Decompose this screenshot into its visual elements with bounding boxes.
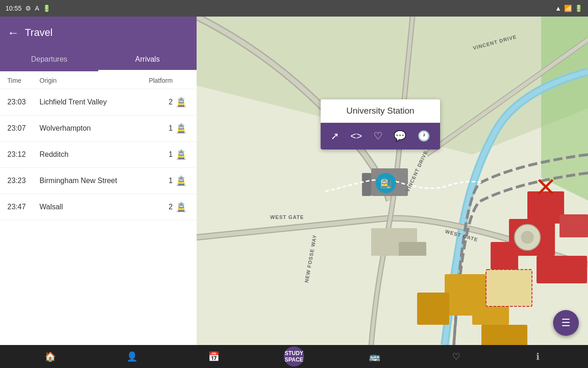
favourite-button[interactable]: ♡ <box>370 128 386 144</box>
road-label-westgate1: WEST GATE <box>270 214 304 220</box>
nav-study[interactable]: STUDYSPACE <box>284 346 304 367</box>
table-row: 23:47 Walsall 2 🚊 <box>0 194 197 220</box>
svg-rect-6 <box>362 173 371 196</box>
left-panel: ← Travel Departures Arrivals Time Origin… <box>0 17 197 345</box>
station-marker[interactable]: 🚉 <box>376 173 396 193</box>
clock-button[interactable]: 🕐 <box>414 128 434 144</box>
train-icon: 🚊 <box>173 201 189 213</box>
comment-button[interactable]: 💬 <box>390 128 410 144</box>
svg-point-20 <box>521 231 534 244</box>
station-popup: University Station ➚ <> ♡ 💬 🕐 <box>321 99 440 150</box>
nav-calendar[interactable]: 📅 <box>202 345 225 368</box>
train-icon: 🚊 <box>173 97 189 108</box>
nav-bus[interactable]: 🚌 <box>363 345 386 368</box>
svg-rect-15 <box>481 325 527 345</box>
fab-menu[interactable]: ☰ <box>553 310 579 336</box>
panel-header: ← Travel <box>0 17 197 49</box>
svg-rect-18 <box>399 242 426 256</box>
menu-icon: ☰ <box>561 317 571 329</box>
train-list: 23:03 Lichfield Trent Valley 2 🚊 23:07 W… <box>0 89 197 345</box>
train-origin: Redditch <box>40 150 154 159</box>
col-header-time: Time <box>7 77 40 84</box>
map-area: VINCENT DRIVE VINCENT DRIVE WEST GATE WE… <box>197 17 588 345</box>
train-platform: 1 <box>154 150 173 159</box>
train-origin: Birmingham New Street <box>40 177 154 185</box>
nav-heart[interactable]: ♡ <box>445 345 468 368</box>
battery-full-icon: 🔋 <box>575 5 582 12</box>
tab-departures[interactable]: Departures <box>0 49 98 71</box>
status-time: 10:55 <box>6 5 22 12</box>
train-origin: Walsall <box>40 203 154 211</box>
signal-icon: 📶 <box>564 5 572 12</box>
battery-icon: 🔋 <box>43 5 51 12</box>
train-time: 23:12 <box>7 150 40 159</box>
back-button[interactable]: ← <box>7 26 19 40</box>
train-icon: 🚊 <box>173 149 189 160</box>
train-time: 23:03 <box>7 98 40 106</box>
svg-rect-16 <box>486 270 532 306</box>
nav-person[interactable]: 👤 <box>120 345 143 368</box>
navigate-button[interactable]: ➚ <box>327 128 343 144</box>
train-platform: 2 <box>154 203 173 211</box>
bottom-nav: 🏠 👤 📅 STUDYSPACE 🚌 ♡ ℹ <box>0 345 588 368</box>
nav-info[interactable]: ℹ <box>526 345 549 368</box>
train-icon: 🚊 <box>173 175 189 186</box>
tab-arrivals[interactable]: Arrivals <box>98 49 197 71</box>
column-headers: Time Origin Platform <box>0 72 197 89</box>
col-header-origin: Origin <box>40 77 136 84</box>
train-time: 23:47 <box>7 203 40 211</box>
col-header-platform: Platform <box>136 77 173 84</box>
svg-rect-9 <box>491 242 518 270</box>
svg-rect-10 <box>537 256 587 283</box>
table-row: 23:03 Lichfield Trent Valley 2 🚊 <box>0 89 197 115</box>
nav-home[interactable]: 🏠 <box>39 345 62 368</box>
train-time: 23:23 <box>7 177 40 185</box>
table-row: 23:12 Redditch 1 🚊 <box>0 142 197 168</box>
svg-rect-13 <box>417 293 449 325</box>
svg-rect-8 <box>527 191 564 224</box>
train-time: 23:07 <box>7 124 40 132</box>
panel-title: Travel <box>25 27 52 39</box>
share-button[interactable]: <> <box>347 128 366 144</box>
train-icon: 🚊 <box>173 123 189 134</box>
wifi-icon: ▲ <box>555 5 561 12</box>
train-platform: 2 <box>154 98 173 106</box>
table-row: 23:23 Birmingham New Street 1 🚊 <box>0 168 197 194</box>
station-actions: ➚ <> ♡ 💬 🕐 <box>321 123 440 150</box>
svg-rect-11 <box>560 214 588 237</box>
station-name: University Station <box>321 99 440 123</box>
train-origin: Wolverhampton <box>40 124 154 132</box>
table-row: 23:07 Wolverhampton 1 🚊 <box>0 115 197 142</box>
train-platform: 1 <box>154 124 173 132</box>
status-left: 10:55 ⚙ A 🔋 <box>6 5 51 12</box>
settings-icon: ⚙ <box>25 5 31 12</box>
text-icon: A <box>35 5 39 12</box>
train-platform: 1 <box>154 177 173 185</box>
status-right: ▲ 📶 🔋 <box>555 5 582 12</box>
status-bar: 10:55 ⚙ A 🔋 ▲ 📶 🔋 <box>0 0 588 17</box>
main-content: ← Travel Departures Arrivals Time Origin… <box>0 17 588 345</box>
tabs: Departures Arrivals <box>0 49 197 72</box>
train-origin: Lichfield Trent Valley <box>40 98 154 106</box>
